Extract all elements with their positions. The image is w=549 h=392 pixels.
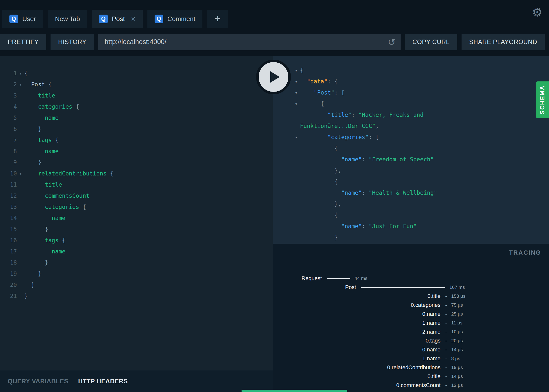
query-variables-tab[interactable]: QUERY VARIABLES — [8, 378, 68, 385]
editor-line[interactable]: 19 } — [0, 268, 273, 279]
tracing-row-value: 8 µs — [451, 356, 460, 361]
line-number: 1 — [0, 68, 17, 79]
prettify-button[interactable]: PRETTIFY — [0, 34, 46, 50]
query-badge-icon: Q — [99, 15, 108, 23]
editor-line[interactable]: 2▾ Post { — [0, 79, 273, 90]
fold-gutter — [273, 210, 300, 221]
response-line: ▾ "Post": [ — [273, 87, 549, 98]
tracing-dash: - — [445, 346, 447, 353]
editor-line[interactable]: 20 } — [0, 279, 273, 291]
tracing-row: 1.name-11 µs — [273, 318, 549, 327]
copy-curl-button[interactable]: COPY CURL — [405, 34, 457, 50]
editor-line[interactable]: 10▾ relatedContributions { — [0, 168, 273, 179]
fold-gutter — [17, 201, 24, 213]
response-line: ▾{ — [273, 65, 549, 76]
code-text: relatedContributions { — [24, 168, 113, 179]
response-text: "title": "Hacker, Freaks und — [300, 109, 549, 121]
editor-line[interactable]: 12 commentsCount — [0, 190, 273, 201]
code-text: tags { — [24, 135, 58, 146]
editor-line[interactable]: 3 title — [0, 90, 273, 101]
fold-caret-icon[interactable]: ▾ — [17, 79, 24, 90]
response-text: "name": "Health & Wellbeing" — [300, 187, 549, 198]
editor-line[interactable]: 17 name — [0, 246, 273, 257]
tracing-row-value: 75 µs — [451, 302, 463, 308]
editor-line[interactable]: 8 name — [0, 146, 273, 157]
toolbar: PRETTIFY HISTORY ↺ COPY CURL SHARE PLAYG… — [0, 28, 549, 56]
fold-gutter — [17, 279, 24, 291]
schema-side-tab[interactable]: SCHEMA — [536, 81, 549, 118]
editor-line[interactable]: 21} — [0, 291, 273, 302]
query-badge-icon: Q — [155, 15, 163, 23]
endpoint-url-input[interactable] — [98, 34, 401, 50]
tab-new-tab[interactable]: New Tab — [48, 10, 87, 28]
tracing-dash: - — [445, 311, 447, 317]
editor-line[interactable]: 18 } — [0, 257, 273, 268]
code-text: } — [24, 279, 35, 291]
editor-line[interactable]: 14 name — [0, 213, 273, 224]
fold-gutter — [17, 190, 24, 201]
tab-comment[interactable]: Q Comment — [147, 10, 203, 28]
history-button[interactable]: HISTORY — [51, 34, 94, 50]
fold-caret-icon[interactable]: ▾ — [17, 68, 24, 79]
editor-line[interactable]: 4 categories { — [0, 101, 273, 112]
editor-line[interactable]: 13 categories { — [0, 201, 273, 213]
main-area: 1▾{2▾ Post {3 title4 categories {5 name6… — [0, 56, 549, 392]
response-line: ▾ "categories": [ — [273, 132, 549, 143]
settings-gear-icon[interactable]: ⚙ — [532, 6, 543, 18]
graphql-playground-window: Q User New Tab Q Post × Q Comment + ⚙ PR… — [0, 0, 549, 392]
fold-gutter — [17, 257, 24, 268]
response-pane[interactable]: ▾{▾ "data": {▾ "Post": [▾ { "title": "Ha… — [273, 56, 549, 244]
tracing-dash: - — [445, 355, 447, 362]
tracing-row-label: 0.name — [273, 346, 440, 353]
play-icon — [270, 71, 280, 83]
close-tab-icon[interactable]: × — [131, 15, 136, 23]
editor-line[interactable]: 9 } — [0, 157, 273, 168]
response-text: "Post": [ — [300, 87, 549, 98]
response-text: "data": { — [300, 76, 549, 87]
line-number: 19 — [0, 268, 17, 279]
tracing-row-value: 11 µs — [451, 320, 462, 326]
fold-gutter — [17, 157, 24, 168]
editor-line[interactable]: 6 } — [0, 123, 273, 135]
response-line: { — [273, 143, 549, 154]
editor-line[interactable]: 16 tags { — [0, 235, 273, 246]
tracing-rows: Request44 msPost167 ms0.title-153 µs0.ca… — [273, 274, 549, 390]
response-line: { — [273, 210, 549, 221]
tab-user[interactable]: Q User — [2, 10, 43, 28]
new-tab-button[interactable]: + — [207, 10, 228, 28]
code-text: title — [24, 90, 55, 101]
code-text: commentsCount — [24, 190, 89, 201]
tracing-row-label: 0.title — [273, 293, 440, 299]
query-editor-lines: 1▾{2▾ Post {3 title4 categories {5 name6… — [0, 68, 273, 302]
execute-query-button[interactable] — [256, 60, 291, 94]
query-editor[interactable]: 1▾{2▾ Post {3 title4 categories {5 name6… — [0, 56, 273, 370]
editor-line[interactable]: 15 } — [0, 224, 273, 235]
fold-caret-icon[interactable]: ▾ — [17, 168, 24, 179]
editor-line[interactable]: 11 title — [0, 179, 273, 190]
tracing-duration-bar — [327, 278, 350, 279]
tab-post[interactable]: Q Post × — [92, 10, 143, 28]
schema-tab-label: SCHEMA — [539, 85, 546, 114]
tracing-dash: - — [445, 293, 447, 299]
code-text: } — [24, 157, 41, 168]
line-number: 20 — [0, 279, 17, 291]
editor-line[interactable]: 7 tags { — [0, 135, 273, 146]
editor-line[interactable]: 5 name — [0, 112, 273, 123]
http-headers-tab[interactable]: HTTP HEADERS — [78, 378, 128, 385]
tracing-row: 0.categories-75 µs — [273, 301, 549, 310]
line-number: 8 — [0, 146, 17, 157]
response-line: }, — [273, 198, 549, 210]
tracing-row-value: 153 µs — [451, 294, 465, 299]
tracing-row-value: 10 µs — [451, 329, 463, 335]
share-playground-button[interactable]: SHARE PLAYGROUND — [462, 34, 545, 50]
tracing-row-value: 14 µs — [451, 347, 463, 352]
code-text: } — [24, 257, 48, 268]
tracing-dash: - — [445, 364, 447, 371]
fold-caret-icon[interactable]: ▾ — [273, 98, 300, 109]
tracing-row-label: 0.tags — [273, 338, 440, 344]
tracing-title: TRACING — [509, 249, 541, 256]
editor-line[interactable]: 1▾{ — [0, 68, 273, 79]
line-number: 7 — [0, 135, 17, 146]
reload-schema-icon[interactable]: ↺ — [388, 37, 396, 47]
fold-caret-icon[interactable]: ▾ — [273, 132, 300, 143]
